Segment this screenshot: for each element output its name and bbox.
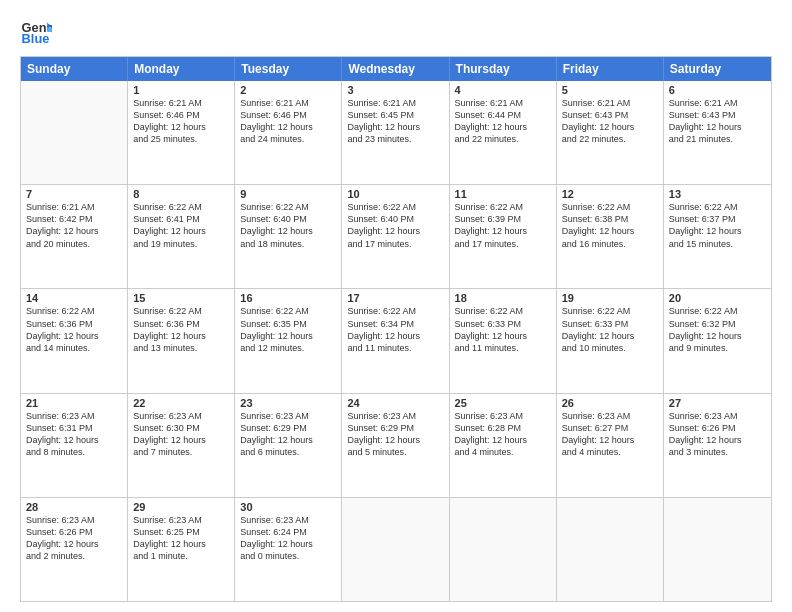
day-number: 2	[240, 84, 336, 96]
day-info: Sunrise: 6:21 AM Sunset: 6:46 PM Dayligh…	[240, 97, 336, 146]
cal-row-0: 1Sunrise: 6:21 AM Sunset: 6:46 PM Daylig…	[21, 81, 771, 184]
cal-cell: 17Sunrise: 6:22 AM Sunset: 6:34 PM Dayli…	[342, 289, 449, 392]
calendar-header: SundayMondayTuesdayWednesdayThursdayFrid…	[21, 57, 771, 81]
cal-cell: 23Sunrise: 6:23 AM Sunset: 6:29 PM Dayli…	[235, 394, 342, 497]
cal-cell: 20Sunrise: 6:22 AM Sunset: 6:32 PM Dayli…	[664, 289, 771, 392]
cal-cell: 11Sunrise: 6:22 AM Sunset: 6:39 PM Dayli…	[450, 185, 557, 288]
cal-cell: 14Sunrise: 6:22 AM Sunset: 6:36 PM Dayli…	[21, 289, 128, 392]
header: General Blue	[20, 16, 772, 48]
day-number: 14	[26, 292, 122, 304]
svg-marker-3	[47, 27, 52, 32]
day-number: 11	[455, 188, 551, 200]
day-info: Sunrise: 6:22 AM Sunset: 6:40 PM Dayligh…	[240, 201, 336, 250]
day-info: Sunrise: 6:23 AM Sunset: 6:28 PM Dayligh…	[455, 410, 551, 459]
day-info: Sunrise: 6:21 AM Sunset: 6:43 PM Dayligh…	[562, 97, 658, 146]
day-number: 16	[240, 292, 336, 304]
day-number: 30	[240, 501, 336, 513]
day-number: 15	[133, 292, 229, 304]
cal-cell	[342, 498, 449, 601]
cal-cell: 22Sunrise: 6:23 AM Sunset: 6:30 PM Dayli…	[128, 394, 235, 497]
day-info: Sunrise: 6:21 AM Sunset: 6:45 PM Dayligh…	[347, 97, 443, 146]
cal-cell: 5Sunrise: 6:21 AM Sunset: 6:43 PM Daylig…	[557, 81, 664, 184]
header-day-sunday: Sunday	[21, 57, 128, 81]
cal-cell: 15Sunrise: 6:22 AM Sunset: 6:36 PM Dayli…	[128, 289, 235, 392]
day-number: 3	[347, 84, 443, 96]
cal-cell	[21, 81, 128, 184]
cal-cell: 9Sunrise: 6:22 AM Sunset: 6:40 PM Daylig…	[235, 185, 342, 288]
day-number: 7	[26, 188, 122, 200]
header-day-tuesday: Tuesday	[235, 57, 342, 81]
day-number: 10	[347, 188, 443, 200]
day-number: 24	[347, 397, 443, 409]
cal-row-3: 21Sunrise: 6:23 AM Sunset: 6:31 PM Dayli…	[21, 393, 771, 497]
day-number: 29	[133, 501, 229, 513]
cal-row-4: 28Sunrise: 6:23 AM Sunset: 6:26 PM Dayli…	[21, 497, 771, 601]
day-number: 12	[562, 188, 658, 200]
cal-cell: 25Sunrise: 6:23 AM Sunset: 6:28 PM Dayli…	[450, 394, 557, 497]
cal-cell: 28Sunrise: 6:23 AM Sunset: 6:26 PM Dayli…	[21, 498, 128, 601]
day-number: 9	[240, 188, 336, 200]
day-info: Sunrise: 6:21 AM Sunset: 6:46 PM Dayligh…	[133, 97, 229, 146]
day-number: 27	[669, 397, 766, 409]
calendar: SundayMondayTuesdayWednesdayThursdayFrid…	[20, 56, 772, 602]
day-info: Sunrise: 6:23 AM Sunset: 6:30 PM Dayligh…	[133, 410, 229, 459]
day-info: Sunrise: 6:22 AM Sunset: 6:39 PM Dayligh…	[455, 201, 551, 250]
day-info: Sunrise: 6:21 AM Sunset: 6:42 PM Dayligh…	[26, 201, 122, 250]
day-number: 6	[669, 84, 766, 96]
day-info: Sunrise: 6:22 AM Sunset: 6:33 PM Dayligh…	[562, 305, 658, 354]
day-number: 4	[455, 84, 551, 96]
day-number: 20	[669, 292, 766, 304]
header-day-wednesday: Wednesday	[342, 57, 449, 81]
day-info: Sunrise: 6:23 AM Sunset: 6:31 PM Dayligh…	[26, 410, 122, 459]
cal-cell	[664, 498, 771, 601]
day-number: 21	[26, 397, 122, 409]
day-info: Sunrise: 6:23 AM Sunset: 6:25 PM Dayligh…	[133, 514, 229, 563]
svg-text:Blue: Blue	[22, 31, 50, 46]
day-number: 23	[240, 397, 336, 409]
day-number: 18	[455, 292, 551, 304]
day-info: Sunrise: 6:23 AM Sunset: 6:26 PM Dayligh…	[669, 410, 766, 459]
cal-row-2: 14Sunrise: 6:22 AM Sunset: 6:36 PM Dayli…	[21, 288, 771, 392]
cal-cell: 24Sunrise: 6:23 AM Sunset: 6:29 PM Dayli…	[342, 394, 449, 497]
day-info: Sunrise: 6:22 AM Sunset: 6:40 PM Dayligh…	[347, 201, 443, 250]
calendar-body: 1Sunrise: 6:21 AM Sunset: 6:46 PM Daylig…	[21, 81, 771, 601]
cal-cell: 1Sunrise: 6:21 AM Sunset: 6:46 PM Daylig…	[128, 81, 235, 184]
cal-cell: 29Sunrise: 6:23 AM Sunset: 6:25 PM Dayli…	[128, 498, 235, 601]
page: General Blue SundayMondayTuesdayWednesda…	[0, 0, 792, 612]
cal-cell: 19Sunrise: 6:22 AM Sunset: 6:33 PM Dayli…	[557, 289, 664, 392]
cal-cell	[450, 498, 557, 601]
day-number: 17	[347, 292, 443, 304]
cal-cell: 21Sunrise: 6:23 AM Sunset: 6:31 PM Dayli…	[21, 394, 128, 497]
cal-cell: 8Sunrise: 6:22 AM Sunset: 6:41 PM Daylig…	[128, 185, 235, 288]
cal-cell	[557, 498, 664, 601]
day-info: Sunrise: 6:23 AM Sunset: 6:29 PM Dayligh…	[240, 410, 336, 459]
cal-cell: 6Sunrise: 6:21 AM Sunset: 6:43 PM Daylig…	[664, 81, 771, 184]
day-info: Sunrise: 6:22 AM Sunset: 6:37 PM Dayligh…	[669, 201, 766, 250]
cal-cell: 27Sunrise: 6:23 AM Sunset: 6:26 PM Dayli…	[664, 394, 771, 497]
day-number: 25	[455, 397, 551, 409]
logo: General Blue	[20, 16, 56, 48]
day-info: Sunrise: 6:22 AM Sunset: 6:36 PM Dayligh…	[133, 305, 229, 354]
cal-row-1: 7Sunrise: 6:21 AM Sunset: 6:42 PM Daylig…	[21, 184, 771, 288]
day-number: 5	[562, 84, 658, 96]
day-info: Sunrise: 6:22 AM Sunset: 6:38 PM Dayligh…	[562, 201, 658, 250]
cal-cell: 16Sunrise: 6:22 AM Sunset: 6:35 PM Dayli…	[235, 289, 342, 392]
header-day-thursday: Thursday	[450, 57, 557, 81]
day-number: 19	[562, 292, 658, 304]
header-day-monday: Monday	[128, 57, 235, 81]
day-info: Sunrise: 6:21 AM Sunset: 6:44 PM Dayligh…	[455, 97, 551, 146]
header-day-saturday: Saturday	[664, 57, 771, 81]
day-number: 1	[133, 84, 229, 96]
day-info: Sunrise: 6:23 AM Sunset: 6:24 PM Dayligh…	[240, 514, 336, 563]
cal-cell: 7Sunrise: 6:21 AM Sunset: 6:42 PM Daylig…	[21, 185, 128, 288]
header-day-friday: Friday	[557, 57, 664, 81]
day-number: 22	[133, 397, 229, 409]
cal-cell: 12Sunrise: 6:22 AM Sunset: 6:38 PM Dayli…	[557, 185, 664, 288]
day-info: Sunrise: 6:22 AM Sunset: 6:33 PM Dayligh…	[455, 305, 551, 354]
day-number: 26	[562, 397, 658, 409]
day-info: Sunrise: 6:22 AM Sunset: 6:41 PM Dayligh…	[133, 201, 229, 250]
cal-cell: 18Sunrise: 6:22 AM Sunset: 6:33 PM Dayli…	[450, 289, 557, 392]
day-number: 8	[133, 188, 229, 200]
cal-cell: 10Sunrise: 6:22 AM Sunset: 6:40 PM Dayli…	[342, 185, 449, 288]
day-number: 13	[669, 188, 766, 200]
